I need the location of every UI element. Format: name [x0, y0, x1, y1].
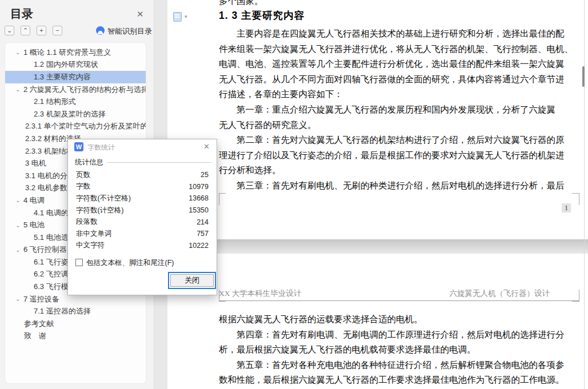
page2-body: 根据六旋翼无人飞行器的运载要求选择合适的电机。 第四章：首先对有刷电调、无刷电调… [219, 312, 580, 388]
stat-label: 页数 [76, 170, 90, 180]
page-gap [155, 239, 588, 254]
toc-item[interactable]: ⌄ 2.3.1 单个桨叶空气动力分析及桨叶的 ... [5, 121, 146, 133]
toc-expand-all-button[interactable]: + [37, 26, 46, 35]
include-footnotes-checkbox[interactable] [75, 259, 83, 266]
toc-item-label: 2.1 结构形式 [34, 97, 76, 107]
stat-label: 字数 [76, 182, 90, 191]
document-text-line: 行分析和选择。 [219, 163, 580, 178]
toc-item[interactable]: ⌄ 2.3 机架及桨叶的选择 [5, 108, 146, 121]
wps-window: 目录 ✕ ⌄ ⌃ + − 智能识别目录 ⌄ 1 概论 1.1 研究背景与意义 ⌄… [0, 0, 588, 389]
chevron-down-icon[interactable]: ⌄ [15, 296, 23, 302]
toc-item-label: 1 概论 1.1 研究背景与意义 [23, 47, 111, 58]
document-text-line: 第一章：重点介绍六旋翼无人飞行器的发展历程和国内外发展现状，分析了六旋翼 [219, 102, 580, 118]
toc-item-label: 1.2 国内外研究现状 [34, 59, 98, 70]
statistics-row: 字符数(计空格) 15350 [68, 204, 218, 216]
close-button[interactable]: 关闭 [168, 272, 216, 289]
stat-value: 214 [197, 218, 209, 226]
smart-toc-robot-icon[interactable] [96, 26, 105, 35]
text-boundary-mark [572, 193, 579, 205]
toc-item-label: 6 飞行控制器 [23, 244, 67, 255]
stat-value: 13668 [189, 194, 209, 202]
statistics-row: 页数 25 [68, 169, 218, 181]
text-boundary-mark [572, 290, 579, 302]
document-text-line: 件来组装一架六旋翼无人飞行器并进行优化，将从无人飞行器的机架、飞行控制器、电机、 [219, 42, 580, 57]
stat-label: 非中文单词 [76, 229, 112, 239]
toc-item-label: 7.1 遥控器的选择 [34, 306, 91, 316]
document-text-line: 理进行了介绍以及飞行姿态的介绍，最后是根据工作的要求对六旋翼无人飞行器的机架进 [219, 148, 580, 163]
toc-item[interactable]: ⌄ 1.3 主要研究内容 [5, 71, 146, 83]
page-number: 1 [562, 203, 571, 212]
stat-label: 字符数(计空格) [76, 206, 123, 215]
page1-partial-line: 多个国家。 [219, 0, 263, 8]
include-footnotes-label: 包括文本框、脚注和尾注(F) [86, 258, 174, 268]
stat-value: 15350 [189, 206, 209, 214]
page-header-left: XX 大学本科生毕业设计 [219, 288, 301, 299]
toc-item[interactable]: ⌄ 1.2 国内外研究现状 [5, 59, 146, 71]
toc-close-icon[interactable]: ✕ [137, 9, 144, 19]
toc-item[interactable]: ⌄ 7.1 遥控器的选择 [5, 305, 146, 318]
toc-item[interactable]: ⌄ 2.1 结构形式 [5, 95, 146, 108]
text-boundary-mark [219, 193, 226, 205]
toc-collapse-up-button[interactable]: ⌃ [21, 26, 30, 35]
statistics-section-label: 统计信息 [75, 158, 103, 167]
stat-label: 中文字符 [76, 240, 105, 250]
page-header-rule [219, 300, 579, 301]
page1-body: 主要内容是在四旋翼无人飞行器相关技术的基础上进行研究和分析，选择出最佳的配 件来… [219, 26, 580, 194]
stat-value: 10979 [189, 183, 209, 191]
chevron-down-icon[interactable]: ⌄ [15, 247, 23, 253]
close-button-label: 关闭 [170, 274, 214, 287]
toc-item[interactable]: ⌄ 致 谢 [5, 330, 146, 343]
document-text-line: 数和性能，最后根据六旋翼无人飞行器的工作要求选择最佳电池作为飞行器的工作电源。 [219, 372, 580, 388]
toc-expand-down-button[interactable]: ⌄ [5, 26, 14, 35]
toc-item-label: 参考文献 [24, 319, 54, 329]
toc-item-label: 致 谢 [24, 331, 46, 341]
document-text-line: 析，最后根据六旋翼无人飞行器的电机载荷要求选择最佳的电调。 [219, 342, 580, 358]
chevron-down-icon[interactable]: ⌄ [15, 222, 23, 228]
chevron-down-icon[interactable]: ⌄ [15, 49, 23, 55]
dialog-title: 字数统计 [87, 143, 115, 153]
document-text-line: 第二章：首先对六旋翼无人飞行器的机架结构进行了介绍，然后对六旋翼飞行器的原 [219, 133, 580, 148]
page-header-right: 六旋翼无人机（飞行器）设计 [400, 288, 550, 299]
toc-item[interactable]: ⌄ 参考文献 [5, 318, 146, 330]
toc-item-label: 5 电池 [23, 220, 45, 230]
toc-panel-title: 目录 [10, 6, 33, 22]
statistics-table: 页数 25 字数 10979 字符数(不计空格) 13668 字符数(计空格) … [68, 169, 218, 251]
document-text-line: 行描述，各章的主要内容如下： [219, 87, 580, 102]
stat-label: 段落数 [76, 217, 98, 227]
document-text-line: 无人飞行器。从几个不同方面对四轴飞行器做的全面的研究，具体内容将通过六个章节进 [219, 72, 580, 87]
toc-item-label: 2 六旋翼无人飞行器的结构分析与选择 [23, 85, 146, 95]
toc-item-label: 2.3.1 单个桨叶空气动力分析及桨叶的 ... [25, 121, 146, 131]
toc-item[interactable]: ⌄ 1 概论 1.1 研究背景与意义 [5, 46, 146, 59]
toc-item[interactable]: ⌄ 2 六旋翼无人飞行器的结构分析与选择 [5, 83, 146, 96]
scrollbar-track[interactable] [584, 0, 585, 389]
document-text-line: 第五章：首先对各种充电电池的各种特征进行介绍，然后解析锂聚合物电池的各项参 [219, 358, 580, 373]
statistics-row: 字符数(不计空格) 13668 [68, 193, 218, 204]
scrollbar-thumb[interactable] [582, 66, 585, 87]
document-text-line: 第三章：首先对有刷电机、无刷的种类进行介绍，然后对电机的选择进行分析，最后 [219, 178, 580, 194]
chevron-down-icon[interactable]: ⌄ [15, 197, 23, 203]
stat-value: 25 [201, 171, 209, 179]
word-count-dialog: W 字数统计 ✕ 统计信息 页数 25 字数 10979 字符数(不计空格) 1… [67, 139, 217, 295]
paste-icon [173, 12, 182, 22]
statistics-row: 字数 10979 [68, 181, 218, 193]
toc-item-label: 1.3 主要研究内容 [34, 72, 91, 82]
statistics-row: 非中文单词 757 [68, 228, 218, 240]
paste-options-button[interactable]: ▾ [173, 11, 195, 22]
statistics-row: 中文字符 10222 [68, 240, 218, 252]
wps-logo-icon: W [74, 142, 83, 151]
document-text-line: 无人飞行器的研究意义。 [219, 118, 580, 133]
section-heading: 1. 3 主要研究内容 [219, 9, 305, 22]
dropdown-caret-icon: ▾ [185, 14, 187, 19]
section-rule [107, 162, 211, 163]
document-page-1[interactable]: 多个国家。 1. 3 主要研究内容 主要内容是在四旋翼无人飞行器相关技术的基础上… [167, 0, 588, 239]
chevron-down-icon[interactable]: ⌄ [15, 86, 23, 93]
document-page-2[interactable]: XX 大学本科生毕业设计 六旋翼无人机（飞行器）设计 根据六旋翼无人飞行器的运载… [167, 254, 588, 389]
document-text-line: 第四章：首先对有刷电调、无刷电调的工作原理进行介绍，然后对电机的选择进行分 [219, 327, 580, 343]
document-text-line: 主要内容是在四旋翼无人飞行器相关技术的基础上进行研究和分析，选择出最佳的配 [219, 26, 580, 42]
document-text-line: 根据六旋翼无人飞行器的运载要求选择合适的电机。 [219, 312, 580, 327]
smart-toc-button[interactable]: 智能识别目录 [107, 26, 152, 37]
dialog-close-icon[interactable]: ✕ [203, 142, 210, 151]
toc-item-label: 4 电调 [23, 195, 45, 206]
toc-collapse-all-button[interactable]: − [53, 26, 62, 35]
toc-item-label: 2.3 机架及桨叶的选择 [34, 109, 106, 119]
